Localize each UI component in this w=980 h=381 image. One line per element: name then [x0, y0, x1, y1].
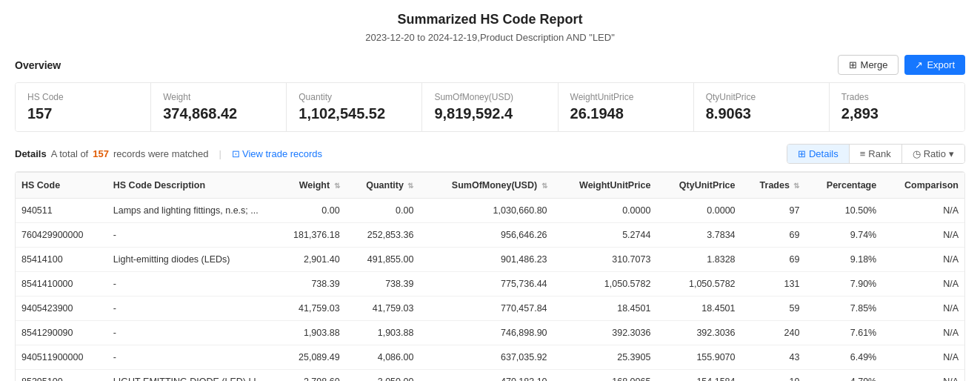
- cell-weight_unit_price: 1,050.5782: [553, 272, 657, 296]
- toolbar-buttons: ⊞ Merge ↗ Export: [838, 55, 965, 75]
- cell-hs_code: 940511: [16, 199, 107, 223]
- summary-cards: HS Code157Weight374,868.42Quantity1,102,…: [15, 82, 965, 132]
- cell-comparison: N/A: [882, 223, 964, 248]
- cell-quantity: 738.39: [346, 272, 420, 296]
- cell-description: -: [107, 296, 273, 321]
- cell-percentage: 10.50%: [805, 199, 882, 223]
- overview-bar: Overview ⊞ Merge ↗ Export: [15, 55, 965, 75]
- cell-hs_code: 8541410000: [16, 272, 107, 296]
- matched-text: records were matched: [113, 148, 209, 159]
- col-header-description: HS Code Description: [107, 173, 273, 199]
- col-header-quantity[interactable]: Quantity ⇅: [346, 173, 420, 199]
- col-header-sum_money[interactable]: SumOfMoney(USD) ⇅: [419, 173, 553, 199]
- summary-card: QtyUnitPrice8.9063: [694, 83, 830, 131]
- ratio-icon: ◷: [913, 148, 921, 159]
- cell-qty_unit_price: 18.4501: [656, 296, 741, 321]
- tab-ratio[interactable]: ◷Ratio ▾: [902, 145, 964, 163]
- table-row: 940511900000-25,089.494,086.00637,035.92…: [16, 345, 964, 370]
- report-subtitle: 2023-12-20 to 2024-12-19,Product Descrip…: [15, 32, 965, 43]
- cell-hs_code: 85395100: [16, 370, 107, 382]
- cell-percentage: 6.49%: [805, 345, 882, 370]
- report-title: Summarized HS Code Report: [15, 12, 965, 27]
- export-icon: ↗: [915, 59, 923, 70]
- cell-hs_code: 8541290090: [16, 321, 107, 345]
- tab-group: ⊞Details≡Rank◷Ratio ▾: [787, 144, 965, 164]
- cell-sum_money: 470,183.10: [419, 370, 553, 382]
- card-label: WeightUnitPrice: [570, 92, 681, 102]
- cell-percentage: 7.90%: [805, 272, 882, 296]
- col-header-hs_code: HS Code: [16, 173, 107, 199]
- cell-sum_money: 637,035.92: [419, 345, 553, 370]
- col-header-trades[interactable]: Trades ⇅: [741, 173, 806, 199]
- cell-percentage: 4.79%: [805, 370, 882, 382]
- cell-hs_code: 760429900000: [16, 223, 107, 248]
- cell-weight_unit_price: 392.3036: [553, 321, 657, 345]
- data-table: HS CodeHS Code DescriptionWeight ⇅Quanti…: [16, 172, 964, 381]
- tab-rank[interactable]: ≡Rank: [850, 145, 902, 163]
- separator: |: [219, 148, 221, 159]
- table-icon: ⊞: [798, 148, 806, 159]
- cell-description: -: [107, 321, 273, 345]
- col-header-percentage: Percentage: [805, 173, 882, 199]
- card-label: SumOfMoney(USD): [434, 92, 545, 102]
- cell-description: -: [107, 272, 273, 296]
- cell-trades: 43: [741, 345, 806, 370]
- cell-sum_money: 770,457.84: [419, 296, 553, 321]
- cell-weight_unit_price: 0.0000: [553, 199, 657, 223]
- table-row: 940511Lamps and lighting fittings, n.e.s…: [16, 199, 964, 223]
- summary-card: HS Code157: [16, 83, 151, 131]
- card-label: Weight: [163, 92, 274, 102]
- summary-card: Trades2,893: [830, 83, 964, 131]
- merge-icon: ⊞: [849, 59, 857, 70]
- cell-description: -: [107, 345, 273, 370]
- cell-qty_unit_price: 155.9070: [656, 345, 741, 370]
- sort-icon: ⇅: [793, 182, 799, 190]
- page-container: Summarized HS Code Report 2023-12-20 to …: [0, 0, 980, 381]
- cell-weight_unit_price: 18.4501: [553, 296, 657, 321]
- cell-weight: 41,759.03: [273, 296, 346, 321]
- cell-trades: 69: [741, 248, 806, 272]
- data-table-wrapper: HS CodeHS Code DescriptionWeight ⇅Quanti…: [15, 171, 965, 381]
- table-row: 85414100Light-emitting diodes (LEDs)2,90…: [16, 248, 964, 272]
- cell-quantity: 0.00: [346, 199, 420, 223]
- cell-description: Lamps and lighting fittings, n.e.s; ...: [107, 199, 273, 223]
- merge-button[interactable]: ⊞ Merge: [838, 55, 899, 75]
- cell-weight: 738.39: [273, 272, 346, 296]
- card-value: 2,893: [841, 105, 953, 122]
- cell-percentage: 9.74%: [805, 223, 882, 248]
- view-trade-link[interactable]: ⊡ View trade records: [232, 148, 322, 159]
- cell-percentage: 7.61%: [805, 321, 882, 345]
- cell-weight: 2,798.60: [273, 370, 346, 382]
- card-value: 8.9063: [706, 105, 817, 122]
- cell-quantity: 4,086.00: [346, 345, 420, 370]
- export-button[interactable]: ↗ Export: [904, 55, 965, 75]
- rank-icon: ≡: [860, 148, 866, 159]
- cell-trades: 59: [741, 296, 806, 321]
- cell-description: Light-emitting diodes (LEDs): [107, 248, 273, 272]
- details-bar: Details A total of 157 records were matc…: [15, 144, 965, 164]
- cell-qty_unit_price: 392.3036: [656, 321, 741, 345]
- cell-weight_unit_price: 25.3905: [553, 345, 657, 370]
- cell-trades: 69: [741, 223, 806, 248]
- cell-weight_unit_price: 168.0065: [553, 370, 657, 382]
- tab-details[interactable]: ⊞Details: [787, 145, 850, 163]
- table-row: 8541290090-1,903.881,903.88746,898.90392…: [16, 321, 964, 345]
- table-row: 9405423900-41,759.0341,759.03770,457.841…: [16, 296, 964, 321]
- cell-description: -: [107, 223, 273, 248]
- cell-quantity: 3,050.00: [346, 370, 420, 382]
- cell-comparison: N/A: [882, 248, 964, 272]
- cell-qty_unit_price: 3.7834: [656, 223, 741, 248]
- cell-weight_unit_price: 310.7073: [553, 248, 657, 272]
- cell-quantity: 252,853.36: [346, 223, 420, 248]
- summary-card: Quantity1,102,545.52: [287, 83, 422, 131]
- card-label: HS Code: [27, 92, 139, 102]
- col-header-weight_unit_price: WeightUnitPrice: [553, 173, 657, 199]
- cell-weight: 0.00: [273, 199, 346, 223]
- cell-percentage: 7.85%: [805, 296, 882, 321]
- col-header-weight[interactable]: Weight ⇅: [273, 173, 346, 199]
- cell-trades: 97: [741, 199, 806, 223]
- card-value: 1,102,545.52: [299, 105, 410, 122]
- card-label: Quantity: [299, 92, 410, 102]
- details-left: Details A total of 157 records were matc…: [15, 148, 322, 159]
- summary-card: WeightUnitPrice26.1948: [559, 83, 694, 131]
